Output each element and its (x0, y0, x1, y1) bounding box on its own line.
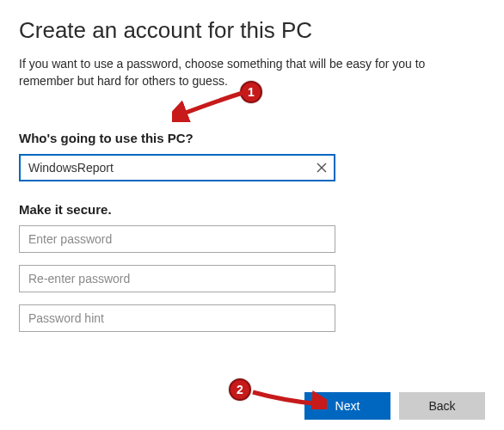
username-section: Who's going to use this PC? (19, 131, 335, 181)
password-section: Make it secure. (19, 202, 485, 332)
username-field-row (19, 154, 335, 181)
dialog-content: Create an account for this PC If you wan… (0, 0, 504, 332)
footer-buttons: Next Back (304, 392, 485, 420)
username-input[interactable] (19, 154, 335, 181)
clear-icon[interactable] (308, 154, 335, 181)
annotation-badge-1: 1 (240, 81, 262, 103)
back-button[interactable]: Back (399, 392, 485, 420)
password-input[interactable] (19, 225, 335, 253)
confirm-password-input[interactable] (19, 265, 335, 292)
username-label: Who's going to use this PC? (19, 131, 335, 145)
password-hint-input[interactable] (19, 304, 335, 332)
page-title: Create an account for this PC (19, 17, 485, 44)
close-icon (317, 163, 327, 173)
next-button[interactable]: Next (304, 392, 390, 420)
secure-label: Make it secure. (19, 202, 485, 217)
annotation-badge-2: 2 (229, 378, 251, 401)
